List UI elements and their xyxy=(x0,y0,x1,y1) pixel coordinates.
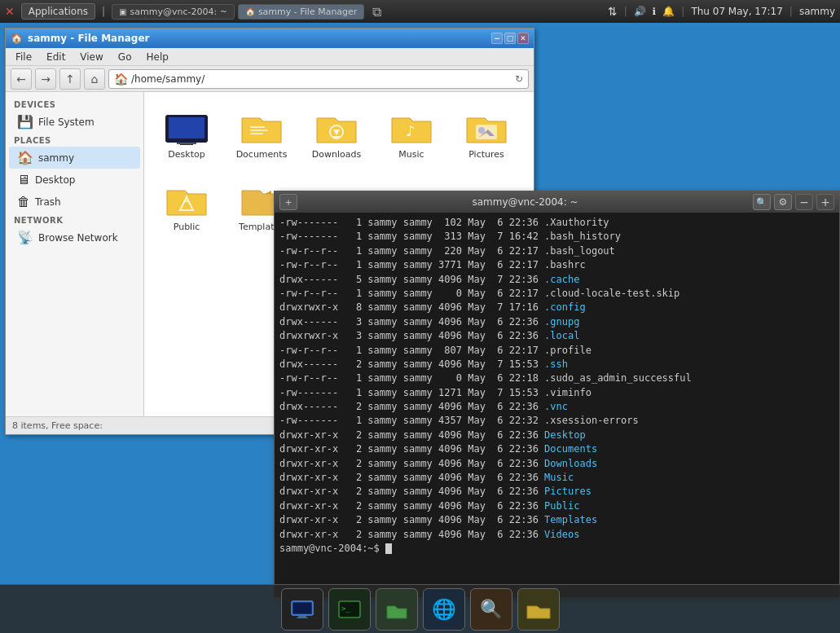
fm-menu-file[interactable]: File xyxy=(9,50,38,64)
fm-maximize-btn[interactable]: □ xyxy=(504,33,516,44)
svg-rect-1 xyxy=(169,117,205,138)
fm-menu-help[interactable]: Help xyxy=(139,50,174,64)
sidebar-item-sammy[interactable]: 🏠 sammy xyxy=(9,147,140,169)
term-line-22: drwxr-xr-x 2 sammy sammy 4096 May 6 22:3… xyxy=(279,513,834,527)
svg-point-12 xyxy=(478,127,485,134)
term-line-6: -rw-r--r-- 1 sammy sammy 0 May 6 22:17 .… xyxy=(279,287,834,301)
term-line-12: -rw-r--r-- 1 sammy sammy 0 May 6 22:18 .… xyxy=(279,371,834,385)
fm-toolbar: ← → ↑ ⌂ 🏠 /home/sammy/ ↻ xyxy=(6,66,534,92)
switch-icon: ⧉ xyxy=(372,4,381,20)
sidebar-item-desktop[interactable]: 🖥 Desktop xyxy=(9,169,140,191)
fm-home-btn[interactable]: ⌂ xyxy=(84,68,105,90)
switch-btn[interactable]: ⧉ xyxy=(372,4,381,20)
browser-icon-glyph: 🌐 xyxy=(432,598,456,621)
fm-address-bar[interactable]: 🏠 /home/sammy/ ↻ xyxy=(108,69,529,89)
dock-folder-item[interactable] xyxy=(517,588,560,631)
term-minimize-btn[interactable]: − xyxy=(795,194,813,210)
term-line-8: drwx------ 3 sammy sammy 4096 May 6 22:3… xyxy=(279,315,834,329)
sidebar-network-label: Browse Network xyxy=(38,232,118,244)
sidebar-item-network[interactable]: 📡 Browse Network xyxy=(9,226,140,248)
fm-item-music[interactable]: ♪ Music xyxy=(379,102,444,165)
svg-rect-5 xyxy=(250,130,268,131)
svg-rect-18 xyxy=(298,616,306,618)
fm-item-documents[interactable]: Documents xyxy=(229,102,294,165)
term-line-19: drwxr-xr-x 2 sammy sammy 4096 May 6 22:3… xyxy=(279,471,834,485)
term-line-14: drwx------ 2 sammy sammy 4096 May 6 22:3… xyxy=(279,400,834,414)
term-line-9: drwxrwxr-x 3 sammy sammy 4096 May 6 22:3… xyxy=(279,329,834,343)
term-prompt: sammy@vnc-2004:~$ xyxy=(279,542,834,556)
term-line-13: -rw------- 1 sammy sammy 1271 May 7 15:5… xyxy=(279,386,834,400)
fm-folder-icon: 🏠 xyxy=(11,33,23,44)
terminal-window-btn[interactable]: ▣ sammy@vnc-2004: ~ xyxy=(112,4,235,20)
term-line-1: -rw------- 1 sammy sammy 102 May 6 22:36… xyxy=(279,216,834,230)
fm-item-desktop-label: Desktop xyxy=(168,149,205,160)
fm-forward-btn[interactable]: → xyxy=(35,68,56,90)
term-line-20: drwxr-xr-x 2 sammy sammy 4096 May 6 22:3… xyxy=(279,485,834,499)
fm-close-btn[interactable]: ✕ xyxy=(517,33,529,44)
devices-label: DEVICES xyxy=(6,97,143,111)
term-line-4: -rw-r--r-- 1 sammy sammy 3771 May 6 22:1… xyxy=(279,258,834,272)
term-line-21: drwxr-xr-x 2 sammy sammy 4096 May 6 22:3… xyxy=(279,499,834,513)
term-line-11: drwx------ 2 sammy sammy 4096 May 7 15:5… xyxy=(279,358,834,371)
fm-menubar: File Edit View Go Help xyxy=(6,48,534,66)
refresh-icon[interactable]: ↻ xyxy=(515,73,523,85)
fm-menu-edit[interactable]: Edit xyxy=(40,50,72,64)
fm-item-public[interactable]: Public xyxy=(154,174,219,237)
trash-icon: 🗑 xyxy=(17,194,30,209)
term-maximize-btn[interactable]: + xyxy=(816,194,834,210)
fm-item-downloads[interactable]: Downloads xyxy=(304,102,369,165)
fm-win-controls: − □ ✕ xyxy=(491,33,529,44)
username[interactable]: sammy xyxy=(799,6,835,17)
sidebar-desktop-label: Desktop xyxy=(35,174,76,186)
term-content[interactable]: -rw------- 1 sammy sammy 102 May 6 22:36… xyxy=(275,213,839,597)
fm-item-pictures[interactable]: Pictures xyxy=(454,102,519,165)
svg-rect-3 xyxy=(177,143,196,144)
taskbar-top: ✕ Applications | ▣ sammy@vnc-2004: ~ 🏠 s… xyxy=(0,0,840,23)
svg-rect-9 xyxy=(333,136,340,138)
address-home-icon: 🏠 xyxy=(114,73,128,86)
filemanager-window-btn[interactable]: 🏠 sammy - File Manager xyxy=(238,4,365,20)
fm-item-public-label: Public xyxy=(174,222,200,232)
sidebar-item-trash[interactable]: 🗑 Trash xyxy=(9,191,140,213)
fm-item-downloads-label: Downloads xyxy=(312,149,361,160)
term-line-2: -rw------- 1 sammy sammy 313 May 7 16:42… xyxy=(279,230,834,244)
term-titlebar: + sammy@vnc-2004: ~ 🔍 ⚙ − + xyxy=(275,191,839,213)
prompt-text: sammy@vnc-2004:~$ xyxy=(279,543,385,554)
term-gear-btn[interactable]: ⚙ xyxy=(774,194,792,210)
fm-item-desktop[interactable]: Desktop xyxy=(154,102,219,165)
sidebar-item-filesystem[interactable]: 💾 File System xyxy=(9,111,140,133)
address-text: /home/sammy/ xyxy=(131,73,512,85)
fm-title-text: sammy - File Manager xyxy=(28,33,149,44)
term-search-btn[interactable]: 🔍 xyxy=(753,194,771,210)
fm-back-btn[interactable]: ← xyxy=(11,68,32,90)
dock-browser-item[interactable]: 🌐 xyxy=(423,588,465,631)
dock-screen-item[interactable] xyxy=(281,588,323,631)
applications-menu[interactable]: Applications xyxy=(21,3,95,20)
fm-menu-view[interactable]: View xyxy=(73,50,109,64)
sidebar-sammy-label: sammy xyxy=(38,152,74,164)
fm-item-music-label: Music xyxy=(398,149,424,160)
transfer-icon[interactable]: ⇅ xyxy=(608,5,618,18)
network-label: NETWORK xyxy=(6,213,143,226)
fm-minimize-btn[interactable]: − xyxy=(491,33,503,44)
dock-search-item[interactable]: 🔍 xyxy=(470,588,512,631)
term-line-18: drwxr-xr-x 2 sammy sammy 4096 May 6 22:3… xyxy=(279,457,834,471)
fm-item-pictures-label: Pictures xyxy=(468,149,504,160)
filemanager-icon: 🏠 xyxy=(245,7,255,16)
svg-rect-19 xyxy=(297,618,308,618)
fm-up-btn[interactable]: ↑ xyxy=(59,68,81,90)
term-cursor xyxy=(385,543,392,554)
info-icon[interactable]: ℹ xyxy=(653,6,657,17)
datetime: Thu 07 May, 17:17 xyxy=(691,6,782,17)
svg-text:>_: >_ xyxy=(341,604,350,613)
dock-files-item[interactable] xyxy=(376,588,418,631)
places-label: PLACES xyxy=(6,133,143,147)
sidebar-filesystem-label: File System xyxy=(38,116,95,128)
svg-rect-4 xyxy=(250,126,265,128)
fm-menu-go[interactable]: Go xyxy=(112,50,139,64)
notification-icon[interactable]: 🔔 xyxy=(662,6,675,17)
term-line-17: drwxr-xr-x 2 sammy sammy 4096 May 6 22:3… xyxy=(279,442,834,456)
dock-terminal-item[interactable]: >_ xyxy=(328,588,371,631)
term-new-tab-btn[interactable]: + xyxy=(279,194,297,210)
volume-icon[interactable]: 🔊 xyxy=(634,6,646,17)
